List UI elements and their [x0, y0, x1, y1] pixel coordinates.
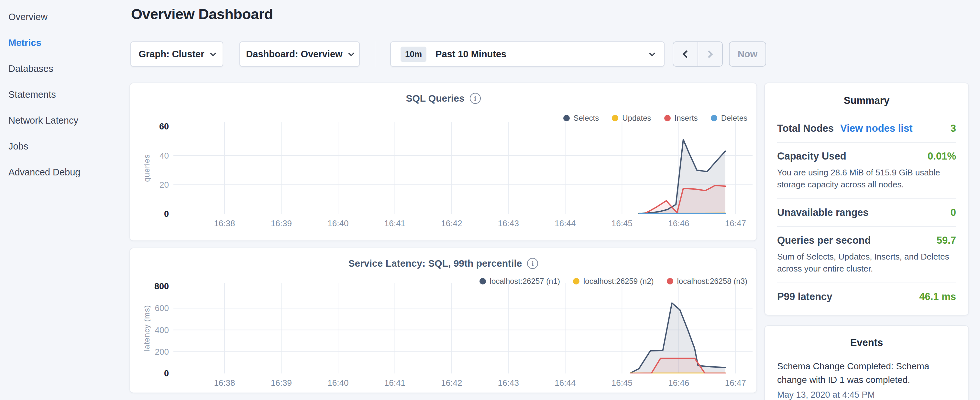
- x-tick-label: 16:44: [546, 378, 585, 388]
- summary-row-label: Queries per second: [777, 234, 871, 246]
- service-latency-chart[interactable]: [173, 283, 752, 373]
- summary-row-unavailable-ranges: Unavailable ranges 0: [777, 199, 956, 227]
- x-tick-label: 16:39: [262, 218, 301, 228]
- legend-label: Selects: [574, 113, 599, 123]
- x-tick-label: 16:41: [375, 218, 414, 228]
- summary-row-total-nodes: Total Nodes View nodes list 3: [777, 115, 956, 143]
- x-tick-label: 16:42: [432, 218, 471, 228]
- time-range-label: Past 10 Minutes: [436, 49, 506, 59]
- x-tick-label: 16:41: [375, 378, 414, 388]
- x-tick-label: 16:45: [603, 218, 641, 228]
- chevron-down-icon: [649, 50, 655, 56]
- x-tick-label: 16:38: [205, 378, 244, 388]
- controls-toolbar: Graph: Cluster Dashboard: Overview 10m P…: [130, 41, 766, 67]
- sidebar-item-jobs[interactable]: Jobs: [0, 133, 129, 159]
- chart-legend: SelectsUpdatesInsertsDeletes: [563, 113, 748, 123]
- summary-row-value: 0.01%: [928, 150, 956, 162]
- x-tick-label: 16:43: [489, 378, 528, 388]
- toolbar-divider: [375, 41, 375, 67]
- sql-queries-chart[interactable]: [173, 122, 752, 214]
- y-tick-label: 800: [154, 281, 169, 292]
- y-axis-title: queries: [142, 122, 151, 214]
- summary-row-label: Capacity Used: [777, 150, 846, 162]
- page-title: Overview Dashboard: [131, 6, 273, 23]
- summary-row-label: Unavailable ranges: [777, 207, 869, 218]
- x-tick-label: 16:46: [659, 218, 698, 228]
- legend-dot-icon: [563, 115, 570, 121]
- sidebar-item-databases[interactable]: Databases: [0, 56, 129, 81]
- event-item-timestamp: May 13, 2020 at 4:45 PM: [777, 390, 956, 400]
- events-panel: Events Schema Change Completed: Schema c…: [764, 325, 969, 400]
- y-tick-label: 20: [159, 179, 169, 190]
- legend-label: Updates: [622, 113, 651, 123]
- y-tick-label: 400: [155, 325, 169, 336]
- service-latency-chart-card: Service Latency: SQL, 99th percentile i …: [129, 247, 757, 393]
- legend-item-inserts: Inserts: [664, 113, 698, 123]
- summary-row-value: 0: [951, 207, 956, 218]
- summary-title: Summary: [777, 95, 956, 107]
- x-tick-label: 16:47: [716, 218, 755, 228]
- chart-plot-area[interactable]: [173, 283, 752, 373]
- y-axis-title: latency (ms): [142, 283, 151, 373]
- chart-title: Service Latency: SQL, 99th percentile: [348, 258, 522, 269]
- sidebar-item-metrics[interactable]: Metrics: [0, 30, 129, 56]
- x-tick-label: 16:46: [659, 378, 698, 388]
- sidebar: Overview Metrics Databases Statements Ne…: [0, 0, 129, 400]
- summary-row-value: 59.7: [937, 234, 956, 246]
- legend-label: Deletes: [721, 113, 748, 123]
- x-tick-label: 16:44: [546, 218, 585, 228]
- sidebar-item-advanced-debug[interactable]: Advanced Debug: [0, 159, 129, 185]
- legend-dot-icon: [711, 115, 717, 121]
- x-tick-label: 16:42: [432, 378, 471, 388]
- chart-plot-area[interactable]: [173, 122, 752, 214]
- time-step-buttons: [673, 41, 723, 67]
- x-tick-label: 16:47: [716, 378, 755, 388]
- summary-row-p99-latency: P99 latency 46.1 ms: [777, 283, 956, 310]
- legend-dot-icon: [612, 115, 618, 121]
- time-range-dropdown[interactable]: 10m Past 10 Minutes: [390, 41, 665, 67]
- x-tick-label: 16:45: [603, 378, 641, 388]
- y-tick-label: 600: [155, 303, 169, 314]
- legend-item-selects: Selects: [563, 113, 599, 123]
- chevron-down-icon: [348, 50, 354, 56]
- legend-dot-icon: [664, 115, 671, 121]
- prev-time-button[interactable]: [673, 42, 698, 66]
- summary-panel: Summary Total Nodes View nodes list 3 Ca…: [764, 83, 969, 316]
- legend-label: Inserts: [675, 113, 698, 123]
- sidebar-item-network-latency[interactable]: Network Latency: [0, 107, 129, 133]
- chevron-left-icon: [682, 50, 690, 58]
- legend-item-updates: Updates: [612, 113, 651, 123]
- dashboard-dropdown[interactable]: Dashboard: Overview: [239, 41, 360, 67]
- y-tick-label: 40: [159, 150, 169, 161]
- chevron-down-icon: [210, 50, 216, 56]
- chevron-right-icon: [705, 50, 713, 58]
- events-title: Events: [777, 337, 956, 349]
- now-button[interactable]: Now: [729, 41, 766, 67]
- dashboard-dropdown-label: Dashboard: Overview: [246, 49, 342, 59]
- summary-row-capacity-used: Capacity Used 0.01% You are using 28.6 M…: [777, 143, 956, 199]
- sidebar-item-overview[interactable]: Overview: [0, 4, 129, 30]
- summary-row-value: 3: [951, 123, 956, 134]
- chart-title: SQL Queries: [406, 93, 464, 104]
- summary-row-value: 46.1 ms: [919, 291, 956, 303]
- next-time-button[interactable]: [698, 42, 722, 66]
- summary-row-label: Total Nodes: [777, 123, 834, 134]
- graph-dropdown[interactable]: Graph: Cluster: [130, 41, 223, 67]
- info-icon[interactable]: i: [470, 93, 481, 104]
- x-tick-label: 16:40: [319, 218, 358, 228]
- y-tick-label: 60: [159, 121, 169, 132]
- x-tick-label: 16:40: [319, 378, 358, 388]
- summary-row-description: Sum of Selects, Updates, Inserts, and De…: [777, 251, 956, 275]
- time-range-badge: 10m: [401, 46, 426, 62]
- info-icon[interactable]: i: [527, 258, 538, 269]
- event-item-text[interactable]: Schema Change Completed: Schema change w…: [777, 360, 956, 387]
- summary-row-queries-per-second: Queries per second 59.7 Sum of Selects, …: [777, 227, 956, 283]
- y-tick-label: 0: [164, 209, 169, 220]
- graph-dropdown-label: Graph: Cluster: [138, 49, 204, 59]
- y-tick-label: 200: [155, 346, 169, 357]
- sql-queries-chart-card: SQL Queries i SelectsUpdatesInsertsDelet…: [129, 83, 757, 241]
- view-nodes-list-link[interactable]: View nodes list: [840, 123, 912, 134]
- y-tick-label: 0: [164, 368, 169, 379]
- x-axis-labels: 16:3816:3916:4016:4116:4216:4316:4416:45…: [173, 378, 752, 389]
- sidebar-item-statements[interactable]: Statements: [0, 81, 129, 107]
